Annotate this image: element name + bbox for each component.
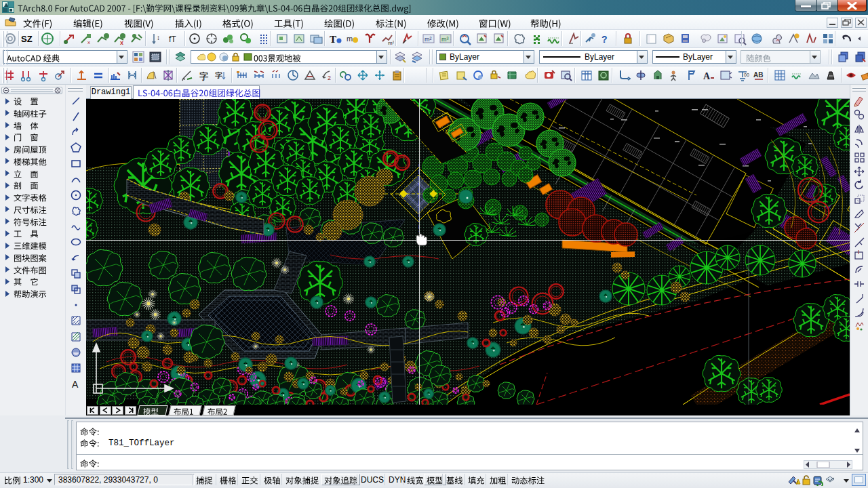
svg-text:x: x [87,39,90,45]
svg-text:↕: ↕ [157,34,160,41]
svg-text:m²: m² [425,36,432,43]
svg-text:m: m [347,35,353,43]
svg-text:AB: AB [753,71,763,79]
svg-text:字: 字 [215,71,222,79]
svg-text:2: 2 [328,75,331,81]
svg-text:x: x [120,39,123,45]
svg-text:m²: m² [388,40,394,45]
svg-text:00: 00 [744,73,749,77]
svg-text:A: A [72,379,79,390]
svg-text:字: 字 [199,71,208,81]
svg-text:?: ? [601,34,608,45]
svg-text:T: T [330,34,336,45]
svg-text:m³: m³ [441,36,449,43]
svg-text:A: A [703,71,711,81]
svg-text:fT: fT [169,35,176,44]
svg-text:SZ: SZ [21,34,33,44]
